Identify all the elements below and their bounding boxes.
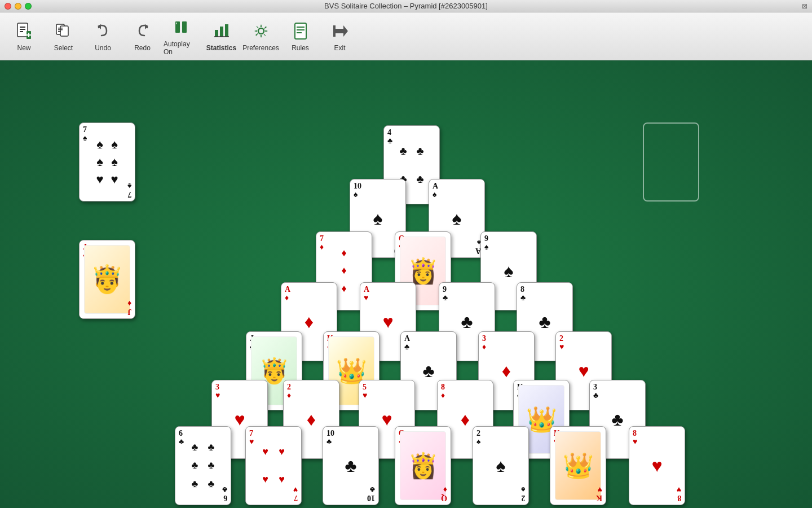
statistics-icon: [211, 20, 232, 42]
svg-rect-11: [58, 31, 61, 32]
svg-rect-24: [297, 29, 304, 30]
minimize-button[interactable]: [15, 3, 21, 10]
pyramid-card-r7-1[interactable]: 6♣ ♣ ♣ ♣ ♣ ♣ ♣ 6♣: [175, 426, 231, 505]
pyramid-card-r7-4[interactable]: Q♦ 👸 Q♦: [395, 426, 451, 505]
card-rank-bottom: 7♠: [127, 181, 131, 199]
svg-rect-8: [60, 26, 68, 36]
exit-button[interactable]: Exit: [321, 16, 358, 56]
redo-button[interactable]: Redo: [124, 16, 161, 56]
window-controls: [5, 3, 32, 10]
statistics-label: Statistics: [206, 44, 236, 52]
svg-rect-25: [297, 32, 302, 33]
svg-rect-9: [58, 28, 63, 29]
card-rank-top: 7♠: [83, 125, 87, 143]
rules-label: Rules: [292, 44, 309, 52]
pyramid-card-r7-7[interactable]: 8♥ ♥ 8♥: [629, 426, 685, 505]
svg-rect-6: [27, 34, 31, 36]
exit-icon: [329, 20, 351, 42]
preferences-icon: [250, 20, 272, 42]
rules-button[interactable]: Rules: [282, 16, 319, 56]
svg-rect-15: [182, 21, 187, 33]
stock-card-2[interactable]: J♦ 🤴 J♦: [79, 240, 135, 319]
resize-handle: ⊠: [802, 2, 807, 10]
new-button[interactable]: New: [6, 16, 42, 56]
new-icon: [14, 20, 35, 42]
discard-slot[interactable]: [643, 122, 699, 202]
svg-rect-16: [176, 23, 177, 24]
pyramid-card-r7-2[interactable]: 7♥ ♥ ♥ ♥ ♥ 7♥: [245, 426, 302, 505]
svg-rect-2: [20, 29, 25, 30]
svg-rect-17: [215, 30, 218, 37]
select-button[interactable]: Select: [45, 16, 82, 56]
pyramid-card-r7-5[interactable]: 2♠ ♠ 2♠: [473, 426, 529, 505]
preferences-label: Preferences: [242, 44, 279, 52]
window-title: BVS Solitaire Collection – Pyramid [#262…: [324, 2, 488, 10]
close-button[interactable]: [5, 3, 11, 10]
exit-label: Exit: [334, 44, 345, 52]
svg-rect-18: [220, 27, 223, 37]
stock-card-1[interactable]: 7♠ ♠ ♠ ♠ ♠ ♥ ♥ 7♠: [79, 122, 135, 202]
statistics-button[interactable]: Statistics: [203, 16, 240, 56]
pyramid-card-r7-3[interactable]: 10♣ ♣ 10♣: [323, 426, 379, 505]
select-label: Select: [54, 44, 73, 52]
pyramid-card-r7-6[interactable]: K♥ 👑 K♥: [550, 426, 606, 505]
autoplay-button[interactable]: Autoplay On: [164, 16, 200, 56]
autoplay-label: Autoplay On: [164, 40, 200, 56]
maximize-button[interactable]: [25, 3, 32, 10]
svg-rect-1: [20, 27, 25, 28]
autoplay-icon: [171, 16, 193, 38]
new-label: New: [17, 44, 30, 52]
svg-rect-23: [297, 27, 304, 28]
undo-button[interactable]: Undo: [85, 16, 121, 56]
svg-rect-22: [295, 23, 306, 39]
select-icon: [53, 20, 74, 42]
game-area: 7♠ ♠ ♠ ♠ ♠ ♥ ♥ 7♠ J♦ 🤴 J♦ 4♣ ♣ ♣ ♣ ♣ 4♣: [0, 60, 812, 508]
rules-icon: [290, 20, 311, 42]
redo-icon: [132, 20, 153, 42]
redo-label: Redo: [134, 44, 151, 52]
svg-rect-19: [225, 24, 228, 37]
svg-rect-3: [20, 31, 23, 32]
card-rank-bottom: J♦: [127, 299, 131, 316]
toolbar: New Select Undo: [0, 12, 812, 60]
titlebar: BVS Solitaire Collection – Pyramid [#262…: [0, 0, 812, 12]
svg-marker-27: [343, 25, 348, 37]
undo-label: Undo: [95, 44, 111, 52]
svg-rect-10: [58, 29, 63, 30]
undo-icon: [92, 20, 114, 42]
svg-point-21: [258, 28, 264, 34]
preferences-button[interactable]: Preferences: [242, 16, 279, 56]
svg-rect-28: [333, 25, 336, 37]
